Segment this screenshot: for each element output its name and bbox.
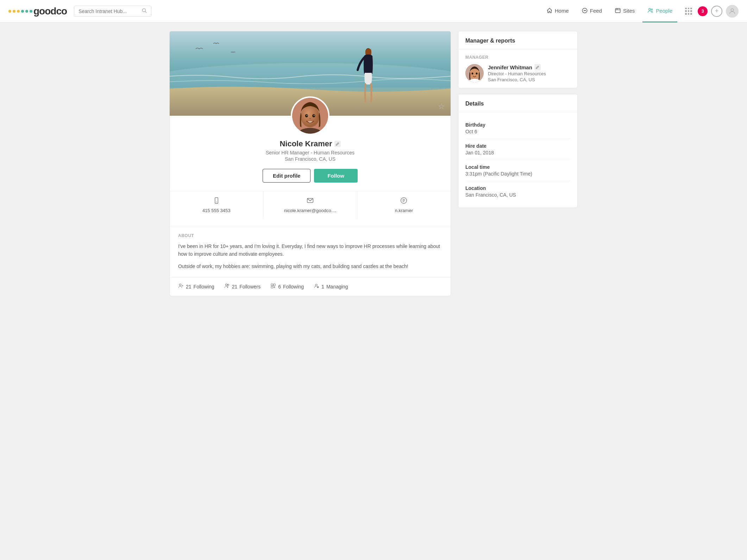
profile-name: Nicole Kramer [280,139,332,148]
svg-point-19 [314,115,315,116]
apps-dot [688,13,690,15]
managing-icon [314,283,319,290]
svg-point-9 [731,8,733,11]
following2-label: Following [283,284,304,289]
stat-following2[interactable]: 6 Following [270,283,304,290]
svg-line-1 [145,12,147,13]
manager-card-title: Manager & reports [458,31,577,49]
apps-dot [690,8,692,9]
manager-name-row: Jennifer Whitman [488,64,570,70]
stat-managing[interactable]: 1 Managing [314,283,348,290]
edit-profile-button[interactable]: Edit profile [263,169,310,183]
header: goodco Home Feed Sites People [0,0,747,23]
logo-dots [8,10,32,13]
avatar-wrap [291,96,329,135]
stat-following[interactable]: 21 Following [178,283,214,290]
sidebar: Manager & reports MANAGER [458,31,578,296]
nav-people-label: People [656,8,672,14]
followers-icon [224,283,230,290]
details-card-title: Details [458,94,577,112]
notification-badge[interactable]: 3 [698,6,708,16]
search-icon [142,8,147,14]
apps-dot [688,10,690,12]
svg-rect-28 [274,284,275,286]
hire-date-label: Hire date [465,143,570,149]
apps-dot [690,13,692,15]
local-time-label: Local time [465,164,570,170]
details-card: Details Birthday Oct 6 Hire date Jan 01,… [458,94,578,208]
logo[interactable]: goodco [8,6,67,17]
favorite-button[interactable]: ☆ [438,102,445,111]
following-icon [178,283,184,290]
svg-rect-4 [615,8,620,13]
search-input[interactable] [79,8,140,14]
following-count: 21 [186,284,192,289]
follow-button[interactable]: Follow [314,169,358,183]
contact-phone[interactable]: 415 555 3453 [170,191,263,219]
user-avatar-button[interactable] [726,5,739,18]
manager-row: Jennifer Whitman Director - Human Resour… [465,64,570,82]
nav-feed[interactable]: Feed [577,0,607,23]
manager-card: Manager & reports MANAGER [458,31,578,88]
profile-actions: Edit profile Follow [178,169,442,183]
profile-name-row: Nicole Kramer [178,139,442,148]
header-actions: 3 + [683,5,739,18]
nav-home[interactable]: Home [541,0,574,23]
logo-dot-4 [21,10,24,13]
contact-row: 415 555 3453 nicole.kramer@goodco.... [170,191,451,219]
profile-edit-icon[interactable] [334,141,341,147]
birthday-label: Birthday [465,122,570,128]
stat-followers[interactable]: 21 Followers [224,283,260,290]
svg-point-25 [225,284,227,286]
detail-location: Location San Francisco, CA, US [465,181,570,202]
svg-point-18 [306,115,307,116]
detail-hire-date: Hire date Jan 01, 2018 [465,139,570,160]
about-section: ABOUT I've been in HR for 10+ years, and… [170,226,451,277]
svg-point-7 [649,8,651,10]
stats-row: 21 Following 21 Followers [170,277,451,296]
profile-body: ☆ Nicole Kramer Senior HR Manager - Huma… [170,96,451,226]
user-icon [728,7,736,15]
apps-button[interactable] [683,6,694,17]
about-paragraph-1: I've been in HR for 10+ years, and I'm l… [178,242,442,258]
nav-sites-label: Sites [623,8,635,14]
followers-count: 21 [232,284,238,289]
contact-skype[interactable]: n.kramer [357,191,451,219]
apps-dot [685,13,687,15]
main-nav: Home Feed Sites People [541,0,677,23]
nav-sites[interactable]: Sites [610,0,640,23]
skype-value: n.kramer [395,208,413,213]
logo-dot-5 [25,10,28,13]
manager-info: Jennifer Whitman Director - Human Resour… [488,64,570,82]
detail-local-time: Local time 3:31pm (Pacific Daylight Time… [465,160,570,181]
hire-date-value: Jan 01, 2018 [465,150,570,155]
svg-point-8 [651,9,653,10]
following-label: Following [194,284,214,289]
add-button[interactable]: + [711,6,722,17]
contact-email[interactable]: nicole.kramer@goodco.... [263,191,357,219]
profile-title: Senior HR Manager - Human Resources [178,150,442,155]
apps-dot [688,8,690,9]
phone-value: 415 555 3453 [202,208,231,213]
local-time-value: 3:31pm (Pacific Daylight Time) [465,171,570,177]
nav-people[interactable]: People [642,0,677,23]
email-icon [307,197,314,206]
svg-point-15 [301,106,319,127]
detail-birthday: Birthday Oct 6 [465,118,570,139]
manager-avatar[interactable] [465,64,484,82]
about-paragraph-2: Outside of work, my hobbies are: swimmin… [178,262,442,270]
svg-point-24 [179,284,181,286]
managing-count: 1 [321,284,324,289]
search-bar[interactable] [74,6,151,17]
manager-role: Director - Human Resources [488,71,570,76]
following2-icon [270,283,276,290]
manager-edit-icon[interactable] [534,64,541,70]
feed-icon [582,7,588,14]
svg-point-34 [470,68,479,79]
apps-dot [685,10,687,12]
svg-rect-29 [271,286,273,288]
about-text: I've been in HR for 10+ years, and I'm l… [178,242,442,270]
svg-point-30 [315,284,317,286]
svg-point-3 [585,10,586,11]
notification-count: 3 [701,8,704,14]
